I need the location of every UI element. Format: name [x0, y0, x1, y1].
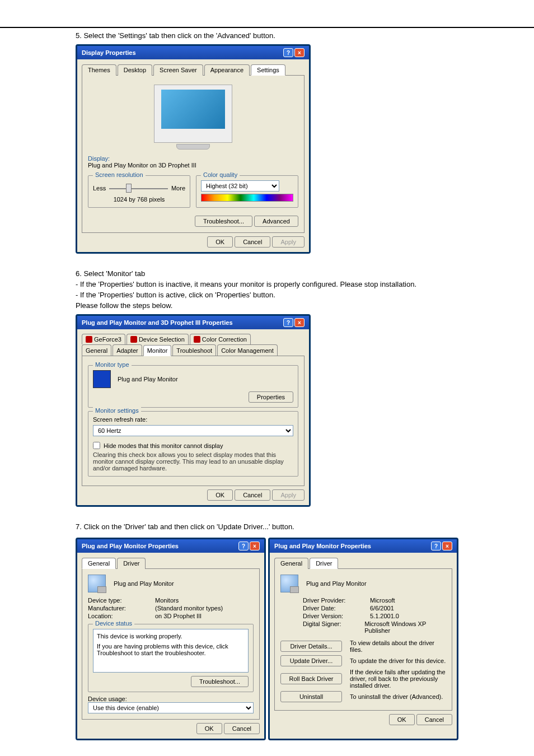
tab-desktop[interactable]: Desktop: [118, 64, 152, 76]
tab-troubleshoot[interactable]: Troubleshoot: [172, 344, 216, 356]
driver-date-label: Driver Date:: [303, 605, 370, 612]
device-status-legend: Device status: [93, 620, 134, 627]
refresh-rate-label: Screen refresh rate:: [93, 416, 293, 423]
tab-appearance[interactable]: Appearance: [204, 64, 250, 76]
close-icon[interactable]: ×: [442, 542, 452, 550]
tab-driver[interactable]: Driver: [117, 558, 146, 569]
resolution-slider[interactable]: [109, 183, 168, 194]
device-icon: [88, 575, 106, 592]
slider-more-label: More: [171, 185, 185, 192]
update-driver-button[interactable]: Update Driver...: [280, 655, 342, 666]
ok-button[interactable]: OK: [207, 489, 233, 501]
apply-button: Apply: [272, 236, 305, 248]
device-icon: [280, 575, 298, 592]
ok-button[interactable]: OK: [207, 236, 233, 248]
tab-screensaver[interactable]: Screen Saver: [153, 64, 203, 76]
tab-device-selection[interactable]: Device Selection: [127, 334, 189, 344]
hide-modes-label: Hide modes that this monitor cannot disp…: [104, 442, 223, 449]
tab-geforce3[interactable]: GeForce3: [82, 334, 125, 344]
ok-button[interactable]: OK: [196, 723, 222, 734]
tab-color-correction[interactable]: Color Correction: [190, 334, 251, 344]
help-icon[interactable]: ?: [431, 542, 441, 550]
slider-less-label: Less: [93, 185, 106, 192]
device-name: Plug and Play Monitor: [306, 580, 367, 587]
device-properties-general-dialog: Plug and Play Monitor Properties ? × Gen…: [76, 538, 266, 740]
cancel-button[interactable]: Cancel: [235, 236, 270, 248]
cancel-button[interactable]: Cancel: [416, 714, 452, 725]
manufacturer-label: Manufacturer:: [88, 605, 155, 612]
dialog-titlebar: Plug and Play Monitor Properties ? ×: [270, 539, 457, 553]
help-icon[interactable]: ?: [238, 542, 249, 550]
properties-button[interactable]: Properties: [249, 391, 293, 403]
driver-details-button[interactable]: Driver Details...: [280, 641, 342, 652]
device-usage-label: Device usage:: [88, 696, 254, 702]
dialog-title: Plug and Play Monitor and 3D Prophet III…: [82, 319, 233, 326]
digital-signer-label: Digital Signer:: [303, 620, 364, 634]
dialog-titlebar: Plug and Play Monitor Properties ? ×: [77, 539, 264, 553]
nvidia-icon: [86, 336, 92, 343]
resolution-value: 1024 by 768 pixels: [93, 196, 185, 203]
digital-signer-value: Microsoft Windows XP Publisher: [364, 620, 446, 634]
troubleshoot-button[interactable]: Troubleshoot...: [195, 216, 252, 227]
rollback-driver-button[interactable]: Roll Back Driver: [280, 673, 342, 684]
help-icon[interactable]: ?: [283, 48, 293, 57]
step6-line3: - If the 'Properties' button is active, …: [76, 291, 458, 299]
help-icon[interactable]: ?: [283, 318, 293, 327]
driver-date-value: 6/6/2001: [370, 605, 394, 612]
device-type-value: Monitors: [155, 597, 179, 604]
update-driver-text: To update the driver for this device.: [350, 657, 446, 664]
display-label: Display:: [88, 155, 110, 162]
display-value: Plug and Play Monitor on 3D Prophet III: [88, 162, 298, 169]
monitor-base-icon: [176, 144, 210, 150]
monitor-preview-icon: [154, 85, 232, 143]
uninstall-button[interactable]: Uninstall: [280, 691, 342, 702]
tab-general[interactable]: General: [82, 344, 111, 356]
tab-settings[interactable]: Settings: [251, 64, 285, 76]
hide-modes-warning: Clearing this check box allows you to se…: [93, 451, 293, 472]
ok-button[interactable]: OK: [389, 714, 415, 725]
step6-line2: - If the 'Properties' button is inactive…: [76, 280, 458, 288]
hide-modes-checkbox[interactable]: [93, 442, 100, 449]
device-status-box[interactable]: This device is working properly. If you …: [93, 629, 249, 673]
dialog-title: Display Properties: [82, 49, 136, 56]
refresh-rate-select[interactable]: 60 Hertz: [93, 425, 293, 436]
tab-general[interactable]: General: [82, 558, 116, 569]
driver-provider-value: Microsoft: [370, 597, 395, 604]
driver-provider-label: Driver Provider:: [303, 597, 370, 604]
step6-line4: Please follow the steps below.: [76, 301, 458, 310]
troubleshoot-button[interactable]: Troubleshoot...: [191, 676, 249, 687]
cancel-button[interactable]: Cancel: [235, 489, 270, 501]
tab-general[interactable]: General: [274, 558, 308, 569]
tab-themes[interactable]: Themes: [82, 64, 116, 76]
monitor-properties-dialog: Plug and Play Monitor and 3D Prophet III…: [76, 314, 311, 507]
nvidia-icon: [130, 336, 137, 343]
close-icon[interactable]: ×: [250, 542, 260, 550]
driver-version-value: 5.1.2001.0: [370, 613, 399, 619]
driver-version-label: Driver Version:: [303, 613, 370, 619]
device-status-help: If you are having problems with this dev…: [97, 643, 245, 656]
tab-driver[interactable]: Driver: [310, 558, 338, 569]
device-name: Plug and Play Monitor: [114, 580, 174, 587]
uninstall-text: To uninstall the driver (Advanced).: [350, 693, 446, 700]
driver-details-text: To view details about the driver files.: [350, 640, 446, 653]
cancel-button[interactable]: Cancel: [224, 723, 260, 734]
device-status-text: This device is working properly.: [97, 633, 245, 640]
close-icon[interactable]: ×: [294, 48, 305, 57]
monitor-type-legend: Monitor type: [93, 361, 132, 368]
location-value: on 3D Prophet III: [155, 613, 202, 619]
close-icon[interactable]: ×: [294, 318, 305, 327]
tab-monitor[interactable]: Monitor: [143, 345, 172, 356]
color-quality-select[interactable]: Highest (32 bit): [201, 180, 279, 192]
step6-line1: 6. Select 'Monitor' tab: [76, 269, 458, 278]
device-usage-select[interactable]: Use this device (enable): [88, 702, 254, 713]
apply-button: Apply: [272, 489, 305, 501]
step5-text: 5. Select the 'Settings' tab then click …: [76, 31, 458, 40]
rollback-driver-text: If the device fails after updating the d…: [350, 669, 446, 689]
advanced-button[interactable]: Advanced: [254, 216, 298, 227]
color-strip-icon: [201, 194, 293, 202]
display-properties-dialog: Display Properties ? × Themes Desktop Sc…: [76, 44, 311, 254]
monitor-type-icon: [93, 370, 111, 388]
tabs: Themes Desktop Screen Saver Appearance S…: [82, 64, 305, 76]
tab-adapter[interactable]: Adapter: [113, 344, 142, 356]
tab-color-management[interactable]: Color Management: [217, 344, 278, 356]
